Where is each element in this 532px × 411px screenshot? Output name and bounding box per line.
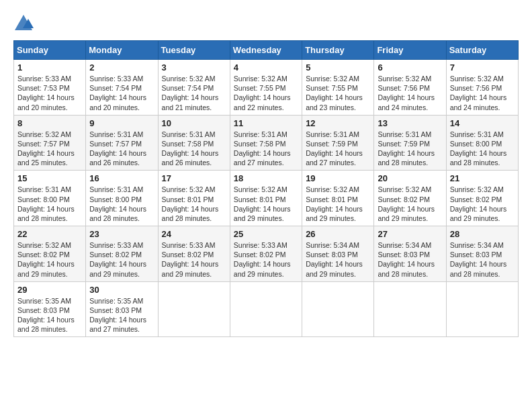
- day-info: Sunrise: 5:32 AMSunset: 8:01 PMDaylight:…: [162, 185, 226, 223]
- day-info: Sunrise: 5:33 AMSunset: 8:02 PMDaylight:…: [162, 240, 226, 279]
- day-info: Sunrise: 5:31 AMSunset: 7:57 PMDaylight:…: [89, 130, 154, 168]
- page-header: [13, 13, 519, 34]
- calendar-day-cell: 4Sunrise: 5:32 AMSunset: 7:55 PMDaylight…: [230, 60, 302, 116]
- calendar-day-cell: 5Sunrise: 5:32 AMSunset: 7:55 PMDaylight…: [302, 60, 374, 116]
- day-info: Sunrise: 5:34 AMSunset: 8:03 PMDaylight:…: [378, 240, 442, 279]
- day-number: 15: [17, 173, 82, 183]
- col-header-tuesday: Tuesday: [158, 41, 230, 60]
- calendar-day-cell: 14Sunrise: 5:31 AMSunset: 8:00 PMDayligh…: [446, 115, 518, 171]
- calendar-day-cell: 17Sunrise: 5:32 AMSunset: 8:01 PMDayligh…: [158, 171, 230, 226]
- day-number: 1: [17, 62, 82, 73]
- day-info: Sunrise: 5:33 AMSunset: 7:54 PMDaylight:…: [89, 74, 154, 112]
- day-number: 30: [89, 285, 154, 295]
- calendar-week-row: 15Sunrise: 5:31 AMSunset: 8:00 PMDayligh…: [14, 171, 519, 226]
- calendar-day-cell: 16Sunrise: 5:31 AMSunset: 8:00 PMDayligh…: [86, 171, 158, 226]
- day-info: Sunrise: 5:32 AMSunset: 7:56 PMDaylight:…: [450, 74, 515, 112]
- day-info: Sunrise: 5:32 AMSunset: 7:57 PMDaylight:…: [17, 130, 82, 168]
- calendar-day-cell: 25Sunrise: 5:33 AMSunset: 8:02 PMDayligh…: [230, 226, 302, 282]
- day-info: Sunrise: 5:31 AMSunset: 7:58 PMDaylight:…: [234, 130, 298, 168]
- day-number: 27: [378, 229, 442, 239]
- day-info: Sunrise: 5:34 AMSunset: 8:03 PMDaylight:…: [450, 240, 515, 279]
- calendar-day-cell: 12Sunrise: 5:31 AMSunset: 7:59 PMDayligh…: [302, 115, 374, 171]
- col-header-sunday: Sunday: [14, 41, 86, 60]
- day-number: 22: [17, 229, 82, 239]
- day-number: 29: [17, 285, 82, 295]
- day-info: Sunrise: 5:32 AMSunset: 8:02 PMDaylight:…: [17, 240, 82, 279]
- calendar-day-cell: 23Sunrise: 5:33 AMSunset: 8:02 PMDayligh…: [86, 226, 158, 282]
- day-info: Sunrise: 5:35 AMSunset: 8:03 PMDaylight:…: [89, 296, 154, 334]
- calendar-day-cell: 7Sunrise: 5:32 AMSunset: 7:56 PMDaylight…: [446, 60, 518, 116]
- day-number: 25: [234, 229, 298, 239]
- calendar-day-cell: [158, 281, 230, 337]
- calendar-day-cell: 6Sunrise: 5:32 AMSunset: 7:56 PMDaylight…: [374, 60, 446, 116]
- day-number: 13: [378, 118, 442, 128]
- calendar-day-cell: 28Sunrise: 5:34 AMSunset: 8:03 PMDayligh…: [446, 226, 518, 282]
- calendar-day-cell: 22Sunrise: 5:32 AMSunset: 8:02 PMDayligh…: [14, 226, 86, 282]
- calendar-day-cell: [302, 281, 374, 337]
- calendar-day-cell: 13Sunrise: 5:31 AMSunset: 7:59 PMDayligh…: [374, 115, 446, 171]
- day-info: Sunrise: 5:33 AMSunset: 7:53 PMDaylight:…: [17, 74, 82, 112]
- calendar-day-cell: [230, 281, 302, 337]
- day-number: 6: [378, 62, 442, 73]
- col-header-saturday: Saturday: [446, 41, 518, 60]
- calendar-day-cell: 3Sunrise: 5:32 AMSunset: 7:54 PMDaylight…: [158, 60, 230, 116]
- col-header-wednesday: Wednesday: [230, 41, 302, 60]
- day-number: 7: [450, 62, 515, 73]
- day-info: Sunrise: 5:32 AMSunset: 8:01 PMDaylight:…: [234, 185, 298, 223]
- day-info: Sunrise: 5:32 AMSunset: 8:02 PMDaylight:…: [450, 185, 515, 223]
- logo: [13, 13, 36, 34]
- col-header-friday: Friday: [374, 41, 446, 60]
- day-number: 12: [306, 118, 370, 128]
- day-info: Sunrise: 5:31 AMSunset: 8:00 PMDaylight:…: [450, 130, 515, 168]
- day-info: Sunrise: 5:32 AMSunset: 7:54 PMDaylight:…: [162, 74, 226, 112]
- calendar-day-cell: 21Sunrise: 5:32 AMSunset: 8:02 PMDayligh…: [446, 171, 518, 226]
- calendar-day-cell: 1Sunrise: 5:33 AMSunset: 7:53 PMDaylight…: [14, 60, 86, 116]
- calendar-day-cell: 27Sunrise: 5:34 AMSunset: 8:03 PMDayligh…: [374, 226, 446, 282]
- calendar-day-cell: 2Sunrise: 5:33 AMSunset: 7:54 PMDaylight…: [86, 60, 158, 116]
- calendar-day-cell: 18Sunrise: 5:32 AMSunset: 8:01 PMDayligh…: [230, 171, 302, 226]
- calendar-day-cell: 24Sunrise: 5:33 AMSunset: 8:02 PMDayligh…: [158, 226, 230, 282]
- day-info: Sunrise: 5:34 AMSunset: 8:03 PMDaylight:…: [306, 240, 370, 279]
- day-info: Sunrise: 5:31 AMSunset: 7:59 PMDaylight:…: [378, 130, 442, 168]
- day-info: Sunrise: 5:31 AMSunset: 7:58 PMDaylight:…: [162, 130, 226, 168]
- calendar-day-cell: 20Sunrise: 5:32 AMSunset: 8:02 PMDayligh…: [374, 171, 446, 226]
- day-info: Sunrise: 5:31 AMSunset: 7:59 PMDaylight:…: [306, 130, 370, 168]
- day-info: Sunrise: 5:32 AMSunset: 7:56 PMDaylight:…: [378, 74, 442, 112]
- calendar-week-row: 22Sunrise: 5:32 AMSunset: 8:02 PMDayligh…: [14, 226, 519, 282]
- day-info: Sunrise: 5:32 AMSunset: 8:02 PMDaylight:…: [378, 185, 442, 223]
- day-number: 19: [306, 173, 370, 183]
- calendar-day-cell: [374, 281, 446, 337]
- day-number: 11: [234, 118, 298, 128]
- day-number: 14: [450, 118, 515, 128]
- calendar-day-cell: 19Sunrise: 5:32 AMSunset: 8:01 PMDayligh…: [302, 171, 374, 226]
- day-number: 3: [162, 62, 226, 73]
- day-number: 4: [234, 62, 298, 73]
- day-number: 10: [162, 118, 226, 128]
- day-number: 18: [234, 173, 298, 183]
- calendar-day-cell: 26Sunrise: 5:34 AMSunset: 8:03 PMDayligh…: [302, 226, 374, 282]
- calendar-day-cell: 10Sunrise: 5:31 AMSunset: 7:58 PMDayligh…: [158, 115, 230, 171]
- day-number: 20: [378, 173, 442, 183]
- day-info: Sunrise: 5:33 AMSunset: 8:02 PMDaylight:…: [89, 240, 154, 279]
- calendar-day-cell: 29Sunrise: 5:35 AMSunset: 8:03 PMDayligh…: [14, 281, 86, 337]
- day-info: Sunrise: 5:32 AMSunset: 7:55 PMDaylight:…: [306, 74, 370, 112]
- calendar-header-row: SundayMondayTuesdayWednesdayThursdayFrid…: [14, 41, 519, 60]
- day-number: 26: [306, 229, 370, 239]
- calendar-week-row: 29Sunrise: 5:35 AMSunset: 8:03 PMDayligh…: [14, 281, 519, 337]
- calendar-day-cell: 8Sunrise: 5:32 AMSunset: 7:57 PMDaylight…: [14, 115, 86, 171]
- calendar-week-row: 8Sunrise: 5:32 AMSunset: 7:57 PMDaylight…: [14, 115, 519, 171]
- day-number: 16: [89, 173, 154, 183]
- calendar-day-cell: [446, 281, 518, 337]
- calendar-day-cell: 11Sunrise: 5:31 AMSunset: 7:58 PMDayligh…: [230, 115, 302, 171]
- day-info: Sunrise: 5:32 AMSunset: 7:55 PMDaylight:…: [234, 74, 298, 112]
- day-number: 24: [162, 229, 226, 239]
- calendar-day-cell: 15Sunrise: 5:31 AMSunset: 8:00 PMDayligh…: [14, 171, 86, 226]
- day-info: Sunrise: 5:32 AMSunset: 8:01 PMDaylight:…: [306, 185, 370, 223]
- calendar-day-cell: 9Sunrise: 5:31 AMSunset: 7:57 PMDaylight…: [86, 115, 158, 171]
- day-number: 9: [89, 118, 154, 128]
- day-number: 21: [450, 173, 515, 183]
- day-number: 5: [306, 62, 370, 73]
- day-number: 17: [162, 173, 226, 183]
- day-info: Sunrise: 5:31 AMSunset: 8:00 PMDaylight:…: [89, 185, 154, 223]
- calendar-day-cell: 30Sunrise: 5:35 AMSunset: 8:03 PMDayligh…: [86, 281, 158, 337]
